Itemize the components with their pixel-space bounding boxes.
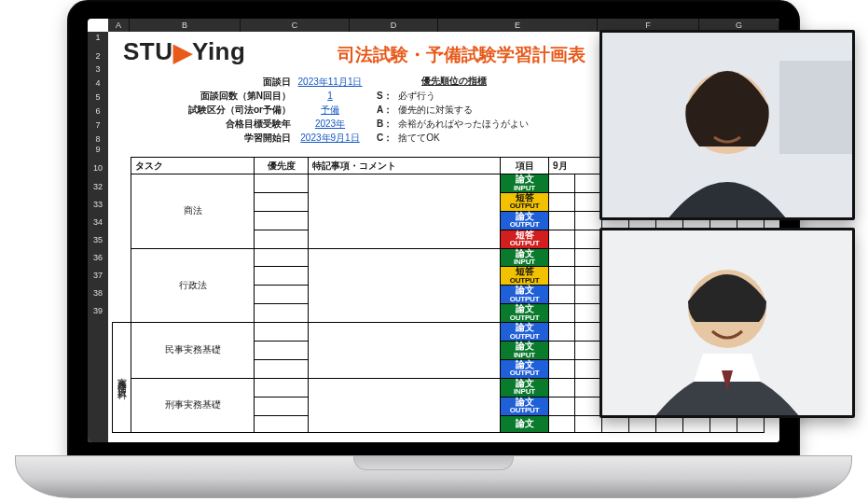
row-10[interactable]: 10: [88, 164, 108, 173]
meta-label-3: 合格目標受験年: [160, 118, 296, 131]
svg-rect-1: [779, 61, 852, 154]
col-c[interactable]: C: [241, 19, 350, 32]
item-ronbun: 論文: [501, 415, 549, 432]
col-e[interactable]: E: [438, 19, 598, 32]
meta-value-0[interactable]: 2023年11月1日: [296, 76, 364, 89]
logo-text-1: STU: [123, 37, 173, 65]
legend-c: C：捨ててOK: [364, 132, 440, 145]
laptop-base: [15, 455, 852, 498]
item-ronbun-output: 論文OUTPUT: [501, 359, 549, 378]
row-35[interactable]: 35: [88, 236, 108, 244]
person-icon: [602, 33, 852, 217]
legend-s: S：必ず行う: [364, 90, 435, 103]
row-3[interactable]: 3: [88, 65, 108, 74]
item-ronbun-output-g: 論文OUTPUT: [501, 304, 549, 323]
sheet-title: 司法試験・予備試験学習計画表: [338, 43, 586, 67]
item-tanto-output: 短答OUTPUT: [501, 267, 549, 286]
meta-value-2[interactable]: 予備: [296, 104, 364, 117]
meta-label-1: 面談回数（第N回目）: [160, 90, 296, 103]
row-32[interactable]: 32: [88, 183, 108, 191]
meta-label-4: 学習開始日: [160, 132, 296, 145]
task-minji[interactable]: 民事実務基礎: [131, 323, 255, 379]
row-2[interactable]: 2: [88, 52, 108, 61]
row-38[interactable]: 38: [88, 289, 108, 298]
item-ronbun-input: 論文INPUT: [501, 378, 549, 397]
col-d[interactable]: D: [350, 19, 438, 32]
task-shoho[interactable]: 商法: [131, 174, 255, 249]
row-36[interactable]: 36: [88, 254, 108, 262]
hdr-task: タスク: [131, 158, 255, 174]
col-a[interactable]: A: [108, 19, 130, 32]
item-ronbun-output: 論文OUTPUT: [501, 286, 549, 304]
meta-value-4[interactable]: 2023年9月1日: [296, 132, 364, 145]
row-5[interactable]: 5: [88, 93, 108, 102]
item-ronbun-input: 論文INPUT: [501, 174, 549, 193]
row-headers[interactable]: 1 2 3 4 5 6 7 8 9 10 32 33 34 35: [88, 32, 108, 442]
svg-point-7: [711, 312, 718, 318]
row-9[interactable]: 9: [88, 146, 108, 154]
hdr-priority: 優先度: [255, 158, 309, 174]
row-8[interactable]: 8: [88, 135, 108, 144]
row-4[interactable]: 4: [88, 79, 108, 88]
laptop-notch: [353, 456, 514, 470]
col-b[interactable]: B: [130, 19, 241, 32]
meta-label-0: 面談日: [160, 76, 296, 89]
row-6[interactable]: 6: [88, 107, 108, 116]
legend-b: B：余裕があればやったほうがよい: [364, 118, 529, 131]
brand-logo: STU▶Ying: [123, 37, 245, 66]
item-tanto-output-red: 短答OUTPUT: [501, 230, 549, 248]
meta-label-2: 試験区分（司法or予備）: [160, 104, 296, 117]
row-34[interactable]: 34: [88, 218, 108, 227]
hdr-item: 項目: [501, 158, 549, 174]
item-ronbun-output: 論文OUTPUT: [501, 211, 549, 230]
logo-text-2: Ying: [192, 37, 245, 65]
meta-value-1[interactable]: 1: [296, 91, 364, 101]
task-gyosei[interactable]: 行政法: [131, 248, 255, 323]
svg-point-4: [738, 115, 746, 122]
consultant-video[interactable]: [599, 30, 855, 220]
task-keiji[interactable]: 刑事実務基礎: [131, 378, 255, 432]
item-ronbun-input: 論文INPUT: [501, 342, 549, 360]
item-tanto-output: 短答OUTPUT: [501, 192, 549, 211]
item-ronbun-output: 論文OUTPUT: [501, 323, 549, 342]
svg-point-8: [737, 312, 744, 318]
instructor-video[interactable]: [599, 228, 855, 418]
row-7[interactable]: 7: [88, 121, 108, 130]
legend-a: A：優先的に対策する: [364, 104, 473, 117]
priority-legend-heading: 優先順位の指標: [421, 75, 487, 88]
category-jitsumu: 実務基礎・選択科: [113, 323, 131, 432]
svg-point-3: [709, 115, 716, 122]
row-39[interactable]: 39: [88, 307, 108, 315]
item-ronbun-input: 論文INPUT: [501, 248, 549, 267]
play-icon: ▶: [173, 38, 193, 67]
person-icon: [602, 230, 852, 415]
meta-value-3[interactable]: 2023年: [296, 118, 364, 131]
row-33[interactable]: 33: [88, 201, 108, 209]
row-37[interactable]: 37: [88, 272, 108, 280]
row-1[interactable]: 1: [88, 34, 108, 42]
item-ronbun-output: 論文OUTPUT: [501, 397, 549, 415]
hdr-comment: 特記事項・コメント: [309, 158, 501, 174]
